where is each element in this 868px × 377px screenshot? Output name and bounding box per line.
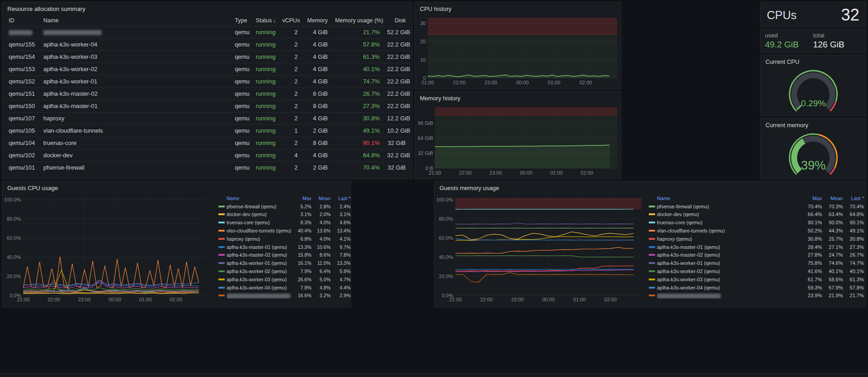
- series-color-icon: [218, 287, 225, 289]
- cell-vcpus: 2: [279, 137, 301, 149]
- legend-max: 70.4%: [801, 204, 822, 209]
- legend-mean: 57.9%: [822, 285, 843, 290]
- panel-title[interactable]: Memory history: [420, 95, 460, 102]
- column-header-name[interactable]: Name: [40, 15, 231, 26]
- legend-series-name[interactable]: vlan-cloudflare-tunnels (qemu): [227, 228, 292, 233]
- panel-title[interactable]: Guests CPU usage: [7, 185, 58, 191]
- legend-series-name[interactable]: aplha-k3s-master-01 (qemu): [227, 244, 292, 250]
- cell-type: qemu: [231, 51, 252, 63]
- panel-title[interactable]: Current CPU: [765, 58, 799, 65]
- cell-name: aplha-k3s-worker-03: [40, 51, 231, 63]
- svg-text:0.29%: 0.29%: [801, 98, 826, 108]
- series-color-icon: [649, 213, 655, 215]
- legend-header-mean[interactable]: Mean: [822, 196, 843, 201]
- svg-text:01:00: 01:00: [573, 297, 586, 302]
- legend-max: 6.8%: [292, 236, 311, 242]
- cell-memory: 8 GiB: [301, 88, 331, 100]
- panel-title[interactable]: CPU history: [420, 5, 451, 12]
- legend-row: docker-dev (qemu)66.4%63.4%64.8%: [649, 211, 864, 219]
- legend-header-name[interactable]: Name: [657, 196, 801, 201]
- column-header-memory[interactable]: Memory: [301, 15, 331, 26]
- column-header-disk[interactable]: Disk: [383, 15, 409, 26]
- cell-type: qemu: [231, 88, 252, 100]
- legend-row: aplha-k3s-worker-02 (qemu)7.9%6.4%5.9%: [218, 267, 351, 275]
- panel-title[interactable]: Current memory: [765, 122, 808, 129]
- cpus-stat-label: CPUs: [767, 9, 796, 22]
- legend-header-max[interactable]: Max: [292, 196, 311, 201]
- column-header-status[interactable]: Status↓: [252, 15, 279, 26]
- legend-series-name[interactable]: pfsense-firewall (qemu): [657, 204, 801, 209]
- cpus-stat-value: 32: [841, 5, 859, 25]
- svg-text:64 GiB: 64 GiB: [418, 135, 433, 141]
- legend-max: 28.4%: [801, 244, 822, 250]
- legend-header-last[interactable]: Last *: [843, 196, 864, 201]
- panel-memory-history: Memory history 0 B32 GiB64 GiB96 GiB21:0…: [414, 91, 621, 179]
- svg-text:21:00: 21:00: [429, 170, 441, 176]
- legend-series-name[interactable]: docker-dev (qemu): [227, 212, 292, 217]
- legend-max: 27.8%: [801, 252, 822, 258]
- legend-series-name[interactable]: truenas-core (qemu): [657, 220, 801, 225]
- legend-series-name[interactable]: aplha-k3s-master-02 (qemu): [227, 252, 292, 258]
- legend-header-last[interactable]: Last *: [331, 196, 351, 201]
- svg-text:39%: 39%: [801, 159, 826, 172]
- legend-series-name[interactable]: aplha-k3s-worker-03 (qemu): [657, 277, 801, 282]
- legend-series-name[interactable]: aplha-k3s-master-02 (qemu): [657, 252, 801, 258]
- grafana-dashboard: Resource allocation summary IDNameTypeSt…: [0, 0, 868, 377]
- legend-row: aplha-k3s-worker-04 (qemu)59.3%57.9%57.8…: [649, 284, 864, 292]
- cpu-history-chart[interactable]: 010203021:0022:0023:0000:0001:0002:00: [415, 2, 621, 89]
- panel-title[interactable]: Resource allocation summary: [7, 5, 85, 12]
- legend-last: 21.7%: [843, 293, 864, 298]
- legend-row: vlan-cloudflare-tunnels (qemu)40.4%13.6%…: [218, 227, 351, 235]
- svg-text:100.0%: 100.0%: [436, 197, 454, 202]
- cell-vcpus: 2: [279, 100, 301, 112]
- legend-mean: 6.4%: [311, 269, 331, 274]
- panel-title[interactable]: Guests memory usage: [439, 185, 499, 191]
- column-header-usage[interactable]: Memory usage (%): [331, 15, 383, 26]
- legend-series-name[interactable]: aplha-k3s-worker-04 (qemu): [227, 285, 292, 290]
- legend-max: 3.1%: [292, 212, 311, 217]
- legend-row: aplha-k3s-master-01 (qemu)13.3%10.6%9.7%: [218, 243, 351, 251]
- column-header-vcpus[interactable]: vCPUs: [279, 15, 301, 26]
- legend-series-name[interactable]: aplha-k3s-master-01 (qemu): [657, 244, 801, 250]
- legend-series-name[interactable]: truenas-core (qemu): [227, 220, 292, 225]
- legend-series-name[interactable]: haproxy (qemu): [657, 236, 801, 242]
- legend-series-name[interactable]: aplha-k3s-worker-03 (qemu): [227, 277, 292, 282]
- legend-series-name[interactable]: pfsense-firewall (qemu): [227, 204, 292, 209]
- legend-last: 74.7%: [843, 260, 864, 266]
- legend-series-name[interactable]: aplha-k3s-worker-01 (qemu): [657, 260, 801, 266]
- svg-text:23:00: 23:00: [78, 297, 91, 302]
- legend-header-name[interactable]: Name: [227, 196, 292, 201]
- cell-memory: 2 GiB: [301, 162, 331, 174]
- guests-cpu-legend: NameMaxMeanLast *pfsense-firewall (qemu)…: [218, 194, 351, 300]
- legend-header-max[interactable]: Max: [801, 196, 822, 201]
- legend-max: 41.6%: [801, 269, 822, 274]
- legend-series-name[interactable]: [657, 293, 801, 299]
- legend-header-mean[interactable]: Mean: [311, 196, 331, 201]
- legend-max: 50.2%: [801, 228, 822, 233]
- cell-id: qemu/152: [5, 76, 40, 88]
- legend-series-name[interactable]: haproxy (qemu): [227, 236, 292, 242]
- column-header-id[interactable]: ID: [5, 15, 40, 26]
- cell-id: qemu/101: [5, 162, 40, 174]
- table-row: qemu/152aplha-k3s-worker-01qemurunning24…: [5, 75, 409, 88]
- legend-last: 3.1%: [331, 212, 351, 217]
- guests-memory-legend: NameMaxMeanLast *pfsense-firewall (qemu)…: [649, 194, 864, 300]
- legend-last: 5.9%: [331, 269, 351, 274]
- legend-series-name[interactable]: docker-dev (qemu): [657, 212, 801, 217]
- memory-history-chart[interactable]: 0 B32 GiB64 GiB96 GiB21:0022:0023:0000:0…: [415, 92, 621, 179]
- legend-row: aplha-k3s-worker-01 (qemu)75.8%74.6%74.7…: [649, 259, 864, 267]
- column-header-type[interactable]: Type: [231, 15, 252, 26]
- legend-series-name[interactable]: vlan-cloudflare-tunnels (qemu): [657, 228, 801, 233]
- legend-last: 90.1%: [843, 220, 864, 225]
- legend-last: 27.3%: [843, 244, 864, 250]
- legend-series-name[interactable]: aplha-k3s-worker-01 (qemu): [227, 260, 292, 266]
- legend-last: 40.1%: [843, 269, 864, 274]
- series-color-icon: [218, 222, 225, 223]
- legend-series-name[interactable]: aplha-k3s-worker-02 (qemu): [227, 269, 292, 274]
- cell-status: running: [252, 51, 279, 63]
- series-color-icon: [218, 294, 225, 296]
- legend-series-name[interactable]: aplha-k3s-worker-04 (qemu): [657, 285, 801, 290]
- svg-text:00:00: 00:00: [108, 297, 121, 302]
- legend-series-name[interactable]: aplha-k3s-worker-02 (qemu): [657, 269, 801, 274]
- legend-series-name[interactable]: [227, 293, 292, 299]
